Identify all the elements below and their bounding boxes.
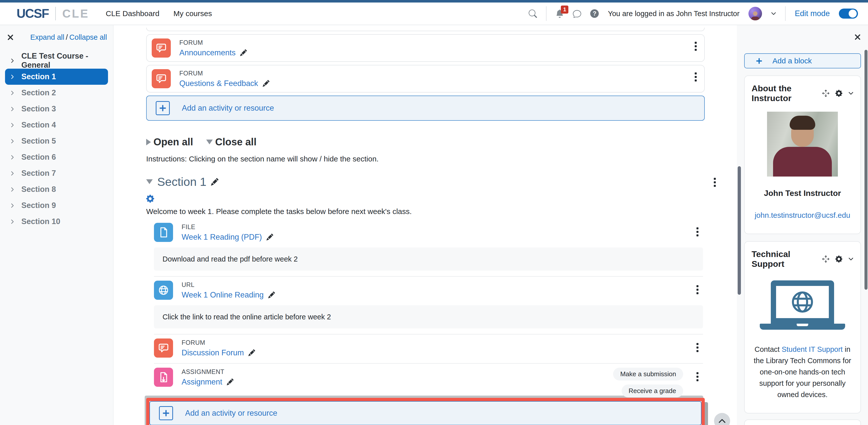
- top-navbar: UCSF CLE CLE Dashboard My courses 1 ? Yo…: [0, 2, 868, 25]
- activity-link-week1-online-reading[interactable]: Week 1 Online Reading: [182, 290, 264, 300]
- block-remote-news-feed: Remote news feed: [744, 420, 861, 425]
- activity-menu-icon[interactable]: [696, 372, 699, 381]
- blocks-drawer: Add a block About the Instructor John Te…: [737, 25, 868, 425]
- nav-my-courses[interactable]: My courses: [174, 9, 212, 18]
- course-index-item-section5[interactable]: Section 5: [5, 133, 108, 149]
- block-settings-gear-icon[interactable]: [835, 255, 842, 262]
- edit-pencil-icon[interactable]: [227, 378, 234, 385]
- course-index-item-section7[interactable]: Section 7: [5, 165, 108, 181]
- activity-divider: [154, 276, 703, 277]
- page-scrollbar[interactable]: [738, 166, 741, 295]
- edit-mode-toggle[interactable]: [839, 8, 858, 19]
- section1-title[interactable]: Section 1: [157, 175, 207, 189]
- ucsf-logo: UCSF: [17, 6, 49, 21]
- course-index-item-section8[interactable]: Section 8: [5, 181, 108, 197]
- navbar-divider: [785, 6, 786, 21]
- section-summary-text: Welcome to week 1. Please complete the t…: [146, 207, 705, 216]
- site-logo[interactable]: UCSF CLE: [17, 6, 89, 21]
- messages-chat-icon[interactable]: [573, 9, 581, 18]
- close-drawer-icon[interactable]: [7, 34, 14, 41]
- globe-icon: [154, 281, 173, 300]
- edit-pencil-icon[interactable]: [268, 291, 275, 298]
- course-index-list: CLE Test Course - General Section 1 Sect…: [0, 53, 113, 230]
- top-accent-bar: [0, 0, 868, 2]
- activity-menu-icon[interactable]: [695, 73, 697, 82]
- notifications-bell-icon[interactable]: 1: [556, 9, 564, 18]
- course-index-item-section6[interactable]: Section 6: [5, 149, 108, 165]
- completion-badge-submission: Make a submission: [613, 368, 683, 380]
- chevron-down-icon[interactable]: [848, 91, 854, 96]
- close-blocks-drawer-icon[interactable]: [854, 34, 861, 40]
- link-separator: /: [66, 33, 68, 41]
- student-it-support-link[interactable]: Student IT Support: [782, 345, 843, 353]
- add-block-button[interactable]: Add a block: [744, 53, 861, 68]
- chevron-right-icon: [10, 75, 15, 79]
- user-avatar[interactable]: [748, 7, 762, 20]
- edit-mode-label: Edit mode: [795, 9, 830, 18]
- activity-menu-icon[interactable]: [696, 285, 699, 294]
- course-index-item-label: Section 5: [21, 137, 56, 146]
- course-index-item-section4[interactable]: Section 4: [5, 117, 108, 133]
- blocks-drawer-scrollbar[interactable]: [865, 50, 868, 290]
- instructor-name: John Test Instructor: [752, 189, 854, 198]
- add-activity-button-section1[interactable]: Add an activity or resource: [149, 401, 702, 425]
- plus-icon: [159, 406, 173, 420]
- block-settings-gear-icon[interactable]: [835, 90, 842, 97]
- activity-menu-icon[interactable]: [696, 343, 699, 352]
- course-index-item-label: Section 4: [21, 120, 56, 130]
- block-title: Technical Support: [752, 249, 822, 269]
- chevron-right-icon: [10, 219, 15, 224]
- activity-link-assignment[interactable]: Assignment: [182, 377, 222, 387]
- file-icon: [154, 223, 173, 242]
- instructor-photo: [767, 112, 838, 176]
- course-index-item-section3[interactable]: Section 3: [5, 101, 108, 117]
- expand-all-link[interactable]: Expand all: [30, 33, 64, 41]
- scroll-to-top-button[interactable]: [714, 413, 730, 425]
- activity-type-label: FORUM: [179, 39, 247, 46]
- move-block-icon[interactable]: [822, 90, 829, 97]
- move-block-icon[interactable]: [822, 255, 829, 262]
- activity-card-questions-feedback: FORUM Questions & Feedback: [146, 65, 705, 92]
- help-icon[interactable]: ?: [590, 9, 599, 18]
- plus-icon: [756, 58, 763, 64]
- collapse-all-link[interactable]: Collapse all: [69, 33, 107, 41]
- course-index-item-section2[interactable]: Section 2: [5, 85, 108, 101]
- activity-menu-icon[interactable]: [696, 227, 699, 236]
- add-activity-button-general[interactable]: Add an activity or resource: [146, 95, 705, 121]
- collapse-triangle-icon[interactable]: [146, 179, 153, 184]
- activity-row-assignment: ASSIGNMENT Assignment Make a submission …: [146, 368, 705, 387]
- assignment-icon: [154, 368, 173, 387]
- course-index-item-section10[interactable]: Section 10: [5, 214, 108, 230]
- edit-pencil-icon[interactable]: [263, 80, 270, 87]
- close-all-button[interactable]: Close all: [206, 136, 257, 148]
- activity-link-discussion-forum[interactable]: Discussion Forum: [182, 348, 244, 357]
- section-menu-icon[interactable]: [714, 178, 716, 187]
- chevron-right-icon: [10, 58, 15, 63]
- course-index-item-section9[interactable]: Section 9: [5, 197, 108, 214]
- chevron-right-icon: [10, 90, 15, 95]
- activity-link-questions-feedback[interactable]: Questions & Feedback: [179, 79, 258, 88]
- activity-divider: [154, 363, 703, 364]
- search-icon[interactable]: [529, 9, 537, 18]
- block-about-instructor: About the Instructor John Test Instructo…: [744, 76, 861, 234]
- section-settings-gear-icon[interactable]: [146, 195, 705, 203]
- scrolled-card-edge: [146, 28, 705, 31]
- course-index-item-general[interactable]: CLE Test Course - General: [5, 53, 108, 69]
- activity-link-announcements[interactable]: Announcements: [179, 48, 236, 57]
- activity-link-week1-reading-pdf[interactable]: Week 1 Reading (PDF): [182, 233, 262, 242]
- activity-menu-icon[interactable]: [695, 42, 697, 51]
- edit-pencil-icon[interactable]: [240, 49, 247, 56]
- edit-pencil-icon[interactable]: [211, 178, 218, 186]
- user-menu-chevron-icon[interactable]: [771, 11, 776, 16]
- course-index-item-section1[interactable]: Section 1: [5, 69, 108, 85]
- primary-nav: CLE Dashboard My courses: [106, 9, 212, 18]
- chevron-right-icon: [10, 203, 15, 208]
- edit-pencil-icon[interactable]: [267, 234, 273, 240]
- chevron-down-icon[interactable]: [848, 256, 854, 261]
- nav-cle-dashboard[interactable]: CLE Dashboard: [106, 9, 159, 18]
- course-index-item-label: Section 9: [21, 201, 56, 210]
- instructor-email-link[interactable]: john.testinstructor@ucsf.edu: [755, 211, 850, 219]
- edit-pencil-icon[interactable]: [248, 349, 255, 356]
- open-all-button[interactable]: Open all: [146, 136, 193, 148]
- activity-row-file: FILE Week 1 Reading (PDF): [146, 223, 705, 242]
